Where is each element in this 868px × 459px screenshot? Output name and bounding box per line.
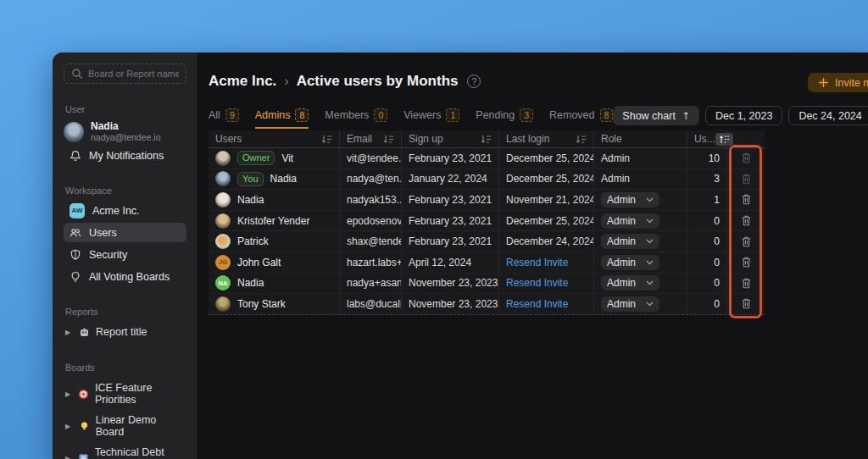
search-box[interactable] bbox=[64, 64, 186, 84]
delete-user-button[interactable] bbox=[740, 276, 753, 290]
tab-count-badge: 0 bbox=[374, 108, 387, 122]
tab-admins[interactable]: Admins 8 bbox=[255, 108, 309, 129]
usage-count: 0 bbox=[687, 274, 726, 294]
sidebar-item-users[interactable]: Users bbox=[64, 223, 186, 242]
sort-icon[interactable] bbox=[383, 135, 394, 144]
sidebar-report-item[interactable]: ▶ Report title bbox=[64, 322, 186, 342]
table-row[interactable]: OwnerVit vit@tendee.io February 23, 2021… bbox=[209, 148, 765, 169]
trash-icon bbox=[742, 278, 751, 289]
role-dropdown[interactable]: Admin bbox=[601, 275, 659, 290]
main-panel: Acme Inc. › Active users by Months ? Inv… bbox=[197, 53, 868, 459]
sidebar-item-security[interactable]: Security bbox=[64, 245, 186, 264]
sidebar-item-label: Users bbox=[89, 227, 117, 239]
sort-icon[interactable] bbox=[481, 135, 492, 144]
workspace-logo: AW bbox=[70, 203, 85, 218]
role-dropdown[interactable]: Admin bbox=[601, 192, 659, 207]
date-to-label: Dec 24, 2024 bbox=[798, 110, 861, 122]
chevron-right-icon[interactable]: ▶ bbox=[65, 423, 73, 430]
chevron-right-icon[interactable]: ▶ bbox=[65, 455, 72, 459]
user-avatar bbox=[64, 122, 84, 142]
role-value: Admin bbox=[607, 257, 636, 268]
role-value: Admin bbox=[607, 194, 636, 206]
user-email: vit@tendee.io bbox=[339, 148, 401, 169]
invite-more-button[interactable]: Invite more bbox=[808, 73, 868, 92]
delete-user-button[interactable] bbox=[740, 255, 753, 269]
table-row[interactable]: NANadia nadya+asan... November 23, 2023 … bbox=[209, 274, 765, 295]
last-login: December 25, 2024 bbox=[498, 169, 593, 190]
tab-label: Viewers bbox=[403, 109, 441, 121]
user-email: shax@tende... bbox=[339, 231, 401, 252]
sidebar-item-workspace[interactable]: AW Acme Inc. bbox=[64, 201, 186, 220]
delete-user-button[interactable] bbox=[740, 192, 753, 207]
table-header: Users Email Sign up Last login Role Us..… bbox=[209, 130, 765, 148]
tab-removed[interactable]: Removed 8 bbox=[549, 108, 613, 129]
delete-user-button[interactable] bbox=[740, 172, 753, 186]
app-window: User Nadia nadya@tendee.io My Notificati… bbox=[53, 53, 868, 459]
target-icon bbox=[78, 389, 89, 400]
resend-invite-link[interactable]: Resend Invite bbox=[506, 277, 568, 289]
delete-user-button[interactable] bbox=[740, 213, 753, 228]
sort-icon[interactable] bbox=[321, 135, 332, 144]
role-dropdown[interactable]: Admin bbox=[601, 296, 659, 312]
you-badge: You bbox=[237, 172, 264, 186]
table-row[interactable]: Kristofer Yender epodosenov... February … bbox=[209, 211, 765, 232]
role-value: Admin bbox=[607, 277, 636, 289]
resend-invite-link[interactable]: Resend Invite bbox=[506, 298, 568, 310]
report-label: Report title bbox=[96, 326, 147, 338]
date-from-label: Dec 1, 2023 bbox=[715, 110, 772, 122]
tab-members[interactable]: Members 0 bbox=[325, 108, 387, 129]
sort-icon[interactable] bbox=[576, 135, 587, 144]
date-to-button[interactable]: Dec 24, 2024 bbox=[788, 106, 868, 125]
lightbulb-icon bbox=[79, 421, 90, 432]
delete-user-button[interactable] bbox=[740, 235, 753, 249]
signup-date: February 23, 2021 bbox=[401, 190, 498, 210]
tab-pending[interactable]: Pending 3 bbox=[476, 108, 533, 129]
role-dropdown[interactable]: Admin bbox=[601, 213, 659, 229]
role-dropdown[interactable]: Admin bbox=[601, 255, 659, 270]
table-row[interactable]: Nadia nadyak153... February 23, 2021 Nov… bbox=[209, 190, 765, 211]
column-header-usage: Us... bbox=[694, 133, 715, 145]
avatar-initials: NA bbox=[215, 275, 231, 290]
section-label-user: User bbox=[65, 104, 185, 114]
trash-icon bbox=[742, 194, 751, 205]
sidebar-board-item[interactable]: ▶ Linear Demo Board bbox=[64, 410, 186, 442]
user-email: labs@ducali... bbox=[339, 294, 401, 314]
usage-count: 0 bbox=[687, 294, 726, 314]
table-row[interactable]: YouNadia nadya@ten... January 22, 2024 D… bbox=[209, 169, 765, 191]
user-email: hazart.labs+... bbox=[339, 252, 401, 273]
tab-all[interactable]: All 9 bbox=[209, 108, 239, 129]
breadcrumb-workspace[interactable]: Acme Inc. bbox=[209, 73, 276, 90]
delete-user-button[interactable] bbox=[740, 296, 753, 311]
table-row[interactable]: Patrick shax@tende... February 23, 2021 … bbox=[209, 231, 765, 252]
breadcrumb: Acme Inc. › Active users by Months ? bbox=[209, 73, 868, 90]
sidebar-board-item[interactable]: ▶ ICE Feature Priorities bbox=[64, 378, 186, 410]
date-from-button[interactable]: Dec 1, 2023 bbox=[705, 106, 782, 125]
chevron-right-icon[interactable]: ▶ bbox=[65, 390, 72, 398]
user-name: Kristofer Yender bbox=[237, 215, 309, 227]
avatar bbox=[215, 213, 231, 229]
tab-label: All bbox=[209, 109, 220, 121]
search-input[interactable] bbox=[88, 69, 179, 79]
role-value: Admin bbox=[593, 169, 687, 190]
sidebar-item-notifications[interactable]: My Notifications bbox=[64, 146, 186, 165]
signup-date: February 23, 2021 bbox=[401, 231, 498, 252]
sidebar-item-voting-boards[interactable]: All Voting Boards bbox=[64, 267, 186, 286]
table-row[interactable]: Tony Stark labs@ducali... November 23, 2… bbox=[209, 294, 765, 315]
board-label: Technical Debt Priori... bbox=[95, 446, 185, 459]
sidebar-board-item[interactable]: ▶ Technical Debt Priori... bbox=[64, 442, 186, 459]
chevron-right-icon[interactable]: ▶ bbox=[65, 329, 73, 336]
chart-controls: Show chart ↑ Dec 1, 2023 Dec 24, 2024 Mo… bbox=[613, 106, 868, 129]
show-chart-button[interactable]: Show chart ↑ bbox=[613, 106, 699, 125]
user-email: nadyak153... bbox=[339, 190, 401, 210]
trash-icon bbox=[742, 257, 751, 268]
resend-invite-link[interactable]: Resend Invite bbox=[506, 257, 568, 268]
delete-user-button[interactable] bbox=[740, 151, 753, 165]
tab-count-badge: 9 bbox=[225, 108, 239, 122]
help-icon[interactable]: ? bbox=[467, 75, 481, 88]
board-label: Linear Demo Board bbox=[96, 414, 185, 438]
current-user[interactable]: Nadia nadya@tendee.io bbox=[64, 121, 186, 142]
signup-date: February 23, 2021 bbox=[401, 211, 498, 231]
table-row[interactable]: JGJohn Galt hazart.labs+... April 12, 20… bbox=[209, 252, 765, 274]
role-dropdown[interactable]: Admin bbox=[601, 234, 659, 249]
tab-viewers[interactable]: Viewers 1 bbox=[403, 108, 459, 129]
